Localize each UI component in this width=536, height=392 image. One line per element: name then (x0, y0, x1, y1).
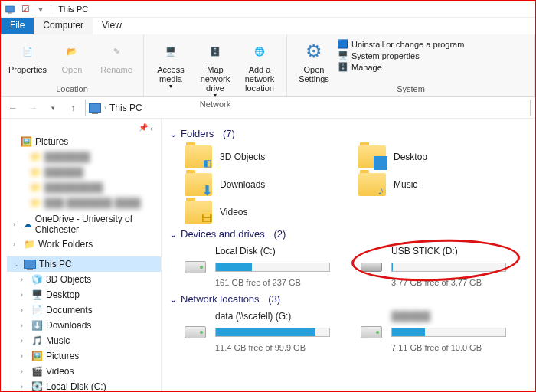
pc-icon (89, 103, 101, 113)
tree-downloads[interactable]: ›⬇️Downloads (7, 318, 161, 333)
folder-desktop[interactable]: Desktop (358, 145, 532, 168)
section-folders[interactable]: ⌄ Folders (7) (169, 128, 532, 139)
folder-downloads[interactable]: ⬇Downloads (185, 173, 358, 196)
tree-blurred[interactable]: 📁██████ (7, 165, 161, 180)
group-network: 🖥️Access media▾ 🗄️Map network drive▾ 🌐Ad… (144, 34, 287, 96)
drive-usb-d[interactable]: USB STICK (D:) 3.77 GB free of 3.77 GB (361, 246, 514, 287)
section-netloc[interactable]: ⌄ Network locations (3) (169, 293, 532, 305)
dropdown-icon[interactable]: ▾ (34, 3, 47, 15)
section-drives[interactable]: ⌄ Devices and drives (2) (169, 228, 532, 240)
rename-button[interactable]: ✎Rename (96, 38, 137, 74)
tab-file[interactable]: File (1, 18, 34, 34)
folder-3dobjects[interactable]: ◧3D Objects (185, 145, 358, 168)
open-button[interactable]: 📂Open (51, 38, 93, 74)
chevron-down-icon: ⌄ (169, 228, 178, 240)
content-pane: ⌄ Folders (7) ◧3D Objects Desktop ⬇Downl… (162, 119, 535, 391)
map-drive-button[interactable]: 🗄️Map network drive▾ (194, 38, 236, 100)
back-button[interactable]: ← (5, 100, 21, 116)
tree-workfolders[interactable]: ›📁Work Folders (7, 237, 161, 252)
folder-videos[interactable]: 🎞Videos (185, 201, 358, 224)
properties-button[interactable]: 📄Properties (7, 38, 48, 74)
netdrive-g[interactable]: data (\\scafell) (G:) 11.4 GB free of 99… (185, 311, 338, 352)
access-media-button[interactable]: 🖥️Access media▾ (150, 38, 191, 90)
tab-computer[interactable]: Computer (34, 18, 93, 34)
tab-view[interactable]: View (93, 18, 131, 34)
address-bar[interactable]: › This PC (85, 100, 531, 116)
cube-icon: 🟦 (338, 39, 348, 49)
tree-thispc[interactable]: ⌄This PC (7, 256, 161, 272)
manage-icon: 🗄️ (338, 62, 348, 72)
chevron-down-icon: ⌄ (169, 128, 178, 139)
tree-pictures2[interactable]: ›🖼️Pictures (7, 348, 161, 364)
tree-music[interactable]: ›🎵Music (7, 333, 161, 348)
chevron-down-icon: ⌄ (169, 293, 178, 305)
tree-documents[interactable]: ›📄Documents (7, 302, 161, 318)
folder-music[interactable]: ♪Music (358, 173, 532, 196)
open-settings-button[interactable]: ⚙Open Settings (293, 38, 335, 83)
tree-videos[interactable]: ›🎬Videos (7, 364, 161, 379)
window-title: This PC (58, 5, 88, 14)
tree-blurred[interactable]: 📁███ ███████ ████ (7, 195, 161, 211)
tree-pictures[interactable]: 🖼️Pictures (7, 134, 161, 149)
folder-icon: 🖼️ (21, 136, 32, 147)
group-system: ⚙Open Settings 🟦Uninstall or change a pr… (287, 34, 535, 96)
netdrive-blurred[interactable]: ██████ 7.11 GB free of 10.0 GB (361, 311, 514, 352)
ribbon: 📄Properties 📂Open ✎Rename Location 🖥️Acc… (1, 34, 535, 97)
address-text: This PC (109, 103, 142, 113)
drive-local-c[interactable]: Local Disk (C:) 161 GB free of 237 GB (185, 246, 338, 287)
ribbon-tabs: File Computer View (1, 18, 535, 34)
tree-desktop[interactable]: ›🖥️Desktop (7, 287, 161, 302)
tree-blurred[interactable]: 📁███████ (7, 149, 161, 165)
pin-icon[interactable]: 📌 (139, 123, 148, 134)
computer-icon: 🖥️ (338, 51, 348, 60)
checkbox-icon[interactable]: ☑ (19, 3, 31, 15)
uninstall-program-button[interactable]: 🟦Uninstall or change a program (338, 39, 464, 49)
nav-bar: ← → ▾ ↑ › This PC (1, 97, 535, 119)
explorer-icon (4, 3, 16, 15)
tree-localdisk[interactable]: ›💽Local Disk (C:) (7, 379, 161, 391)
tree-onedrive[interactable]: ›☁OneDrive - University of Chichester (7, 217, 161, 232)
add-location-button[interactable]: 🌐Add a network location (239, 38, 280, 93)
manage-button[interactable]: 🗄️Manage (338, 62, 464, 72)
system-properties-button[interactable]: 🖥️System properties (338, 51, 464, 60)
tree-3dobjects[interactable]: ›🧊3D Objects (7, 272, 161, 287)
tree-blurred[interactable]: 📁█████████ (7, 180, 161, 195)
up-button[interactable]: ↑ (65, 100, 80, 116)
navigation-tree: 📌 ‹ 🖼️Pictures 📁███████ 📁██████ 📁███████… (1, 119, 162, 391)
title-bar: ☑ ▾ | This PC (1, 1, 535, 18)
forward-button[interactable]: → (25, 100, 41, 116)
recent-dropdown[interactable]: ▾ (45, 100, 60, 116)
group-location: 📄Properties 📂Open ✎Rename Location (1, 34, 144, 96)
